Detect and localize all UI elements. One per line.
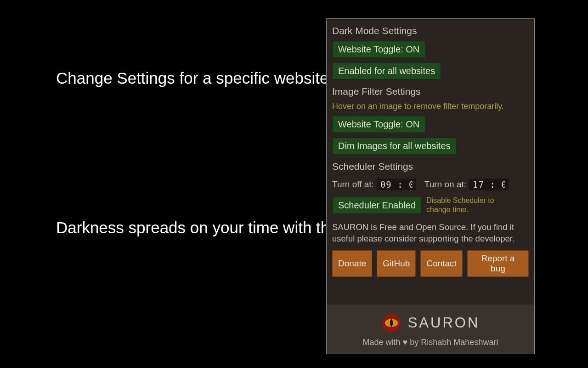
scheduler-title: Scheduler Settings — [332, 161, 529, 172]
image-filter-all-websites-button[interactable]: Dim Images for all websites — [332, 138, 457, 155]
sauron-eye-icon — [381, 313, 401, 333]
svg-point-2 — [390, 319, 393, 327]
turn-off-label: Turn off at: — [332, 179, 374, 190]
dark-mode-all-websites-button[interactable]: Enabled for all websites — [332, 63, 441, 80]
dark-mode-website-toggle-button[interactable]: Website Toggle: ON — [332, 41, 425, 58]
scheduler-time-row: Turn off at: Turn on at: — [332, 178, 529, 190]
turn-on-time-input[interactable] — [469, 178, 509, 190]
donate-button[interactable]: Donate — [332, 250, 372, 277]
github-button[interactable]: GitHub — [377, 250, 416, 277]
dark-mode-title: Dark Mode Settings — [332, 25, 529, 36]
scheduler-enabled-button[interactable]: Scheduler Enabled — [332, 197, 422, 214]
footer: SAURON Made with ♥ by Rishabh Maheshwari — [327, 305, 534, 354]
extension-popup-panel: Dark Mode Settings Website Toggle: ON En… — [326, 18, 535, 354]
footer-credit: Made with ♥ by Rishabh Maheshwari — [327, 338, 534, 347]
support-links-row: Donate GitHub Contact Report a bug — [332, 250, 529, 277]
image-filter-website-toggle-button[interactable]: Website Toggle: ON — [332, 116, 425, 133]
brand-name: SAURON — [408, 315, 480, 331]
image-filter-title: Image Filter Settings — [332, 86, 529, 97]
image-filter-hint: Hover on an image to remove filter tempo… — [332, 102, 529, 111]
support-text: SAURON is Free and Open Source. If you f… — [332, 222, 529, 245]
turn-off-time-input[interactable] — [377, 178, 416, 190]
scheduler-note: Disable Scheduler to change time. — [426, 196, 518, 214]
turn-on-label: Turn on at: — [424, 179, 466, 190]
report-bug-button[interactable]: Report a bug — [467, 250, 529, 277]
contact-button[interactable]: Contact — [420, 250, 462, 277]
